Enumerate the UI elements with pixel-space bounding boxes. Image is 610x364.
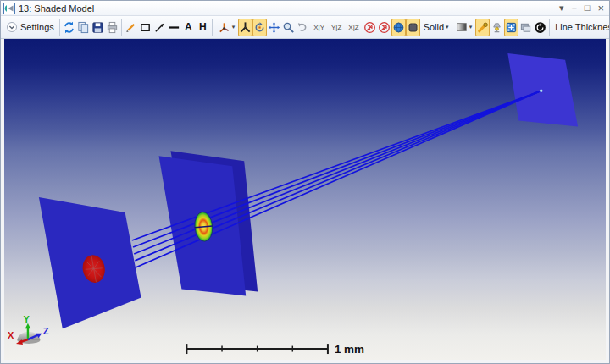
reset-view-button[interactable] — [533, 19, 547, 36]
layers-icon — [519, 21, 532, 34]
separator — [59, 19, 60, 36]
arrow-line-icon — [153, 21, 166, 34]
print-button[interactable] — [105, 19, 119, 36]
settings-button[interactable]: Settings — [3, 19, 58, 36]
window-menu-button[interactable]: ▾ — [559, 3, 564, 13]
orientation-gyro-icon — [218, 21, 230, 34]
solid-caret: ▾ — [446, 24, 449, 30]
spin-button[interactable] — [252, 19, 267, 36]
line-tool-button[interactable] — [167, 19, 181, 36]
letter-h-icon: H — [199, 21, 207, 33]
pan-arrows-icon — [268, 21, 280, 34]
text-height-button[interactable]: H — [196, 19, 210, 36]
undo-rotate-icon — [297, 21, 309, 34]
cube-mode-button[interactable] — [406, 19, 420, 36]
plane-xz-button[interactable]: X|Z — [345, 19, 362, 36]
no-spin-y-button[interactable] — [377, 19, 391, 36]
titlebar: 13: Shaded Model ▾ – □ × — [1, 1, 609, 16]
toolbar: Settings — [1, 16, 609, 39]
separator — [212, 19, 213, 36]
lamp-icon — [491, 21, 503, 34]
gradient-swatch-icon — [456, 21, 468, 33]
rotate-arrow-icon — [253, 21, 266, 34]
solid-dropdown-button[interactable]: Solid ▾ — [420, 19, 452, 36]
flashlight-button[interactable] — [475, 19, 490, 36]
fit-extents-icon — [505, 21, 518, 34]
axis-z-label: Z — [43, 326, 49, 336]
save-icon — [92, 21, 104, 34]
orientation-caret: ▾ — [232, 24, 236, 30]
arrow-tool-button[interactable] — [152, 19, 167, 36]
flashlight-icon — [476, 21, 489, 34]
rotate-3d-button[interactable] — [238, 19, 252, 36]
no-spin-icon — [363, 21, 376, 34]
settings-label: Settings — [20, 22, 54, 32]
axis-y-label: Y — [23, 314, 30, 324]
globe-mode-button[interactable] — [391, 19, 406, 36]
pan-button[interactable] — [267, 19, 281, 36]
line-thickness-label: Line Thickness — [555, 22, 609, 32]
gradient-caret: ▾ — [469, 24, 473, 30]
viewport-frame: 1 mm Y Z X — [1, 39, 609, 363]
pencil-icon — [125, 21, 137, 34]
window-icon — [3, 3, 15, 14]
copy-icon — [77, 21, 90, 34]
plane-yz-button[interactable]: Y|Z — [328, 19, 345, 36]
orientation-dropdown-button[interactable]: ▾ — [214, 19, 239, 36]
plane-xy-button[interactable]: X|Y — [310, 19, 328, 36]
separator — [121, 19, 122, 36]
undo-rotate-button[interactable] — [296, 19, 310, 36]
fit-extents-button[interactable] — [504, 19, 518, 36]
zoom-button[interactable] — [281, 19, 296, 36]
maximize-button[interactable]: □ — [585, 3, 591, 13]
solid-label: Solid — [424, 22, 444, 32]
separator — [549, 19, 550, 36]
cube-icon — [407, 21, 419, 34]
shaded-model-window: 13: Shaded Model ▾ – □ × Settings — [0, 0, 610, 364]
text-tool-button[interactable]: A — [181, 19, 196, 36]
rectangle-icon — [139, 21, 152, 34]
save-button[interactable] — [91, 19, 105, 36]
no-spin-x-button[interactable] — [363, 19, 377, 36]
magnifier-icon — [282, 21, 295, 34]
axes-triad-icon — [239, 21, 252, 34]
minimize-button[interactable]: – — [572, 3, 577, 13]
scale-bar-label: 1 mm — [335, 343, 364, 356]
copy-button[interactable] — [76, 19, 91, 36]
layers-button[interactable] — [518, 19, 533, 36]
pencil-tool-button[interactable] — [124, 19, 138, 36]
window-title: 13: Shaded Model — [19, 3, 559, 14]
reset-clock-icon — [534, 21, 546, 34]
refresh-icon — [63, 21, 75, 34]
lamp-button[interactable] — [490, 19, 504, 36]
no-spin-icon — [378, 21, 391, 34]
shaded-model-viewport[interactable]: 1 mm Y Z X — [4, 39, 606, 360]
globe-icon — [392, 21, 405, 34]
chevron-down-circle-icon — [6, 21, 18, 33]
focus-point — [540, 89, 543, 92]
line-thickness-dropdown-button[interactable]: Line Thickness ▾ — [552, 19, 609, 36]
axis-x-label: X — [8, 330, 14, 340]
gradient-dropdown-button[interactable]: ▾ — [452, 19, 476, 36]
print-icon — [106, 21, 119, 34]
refresh-button[interactable] — [62, 19, 76, 36]
close-button[interactable]: × — [597, 3, 604, 13]
rectangle-tool-button[interactable] — [138, 19, 152, 36]
letter-a-icon: A — [185, 21, 192, 33]
dash-icon — [168, 21, 180, 34]
